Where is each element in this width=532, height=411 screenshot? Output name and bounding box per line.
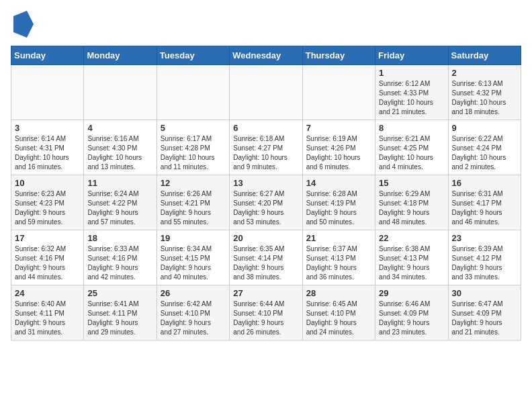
day-info: Sunrise: 6:24 AM Sunset: 4:22 PM Dayligh… bbox=[87, 189, 152, 227]
calendar-cell: 5Sunrise: 6:17 AM Sunset: 4:28 PM Daylig… bbox=[157, 120, 229, 175]
day-number: 17 bbox=[15, 233, 80, 243]
calendar-cell: 16Sunrise: 6:31 AM Sunset: 4:17 PM Dayli… bbox=[448, 175, 521, 230]
calendar-cell: 20Sunrise: 6:35 AM Sunset: 4:14 PM Dayli… bbox=[230, 230, 302, 285]
day-info: Sunrise: 6:14 AM Sunset: 4:31 PM Dayligh… bbox=[15, 134, 80, 172]
day-info: Sunrise: 6:23 AM Sunset: 4:23 PM Dayligh… bbox=[15, 189, 80, 227]
day-info: Sunrise: 6:38 AM Sunset: 4:13 PM Dayligh… bbox=[379, 244, 444, 282]
calendar-cell: 3Sunrise: 6:14 AM Sunset: 4:31 PM Daylig… bbox=[11, 120, 84, 175]
day-info: Sunrise: 6:44 AM Sunset: 4:10 PM Dayligh… bbox=[233, 300, 298, 337]
calendar-week-row: 1Sunrise: 6:12 AM Sunset: 4:33 PM Daylig… bbox=[11, 65, 521, 120]
calendar-cell: 9Sunrise: 6:22 AM Sunset: 4:24 PM Daylig… bbox=[448, 120, 521, 175]
calendar-cell: 30Sunrise: 6:47 AM Sunset: 4:09 PM Dayli… bbox=[448, 285, 521, 340]
day-number: 23 bbox=[452, 233, 517, 243]
day-info: Sunrise: 6:28 AM Sunset: 4:19 PM Dayligh… bbox=[306, 189, 371, 227]
weekday-header-friday: Friday bbox=[375, 46, 448, 65]
day-info: Sunrise: 6:34 AM Sunset: 4:15 PM Dayligh… bbox=[161, 244, 226, 282]
day-info: Sunrise: 6:13 AM Sunset: 4:32 PM Dayligh… bbox=[452, 79, 517, 117]
calendar-cell: 18Sunrise: 6:33 AM Sunset: 4:16 PM Dayli… bbox=[84, 230, 157, 285]
weekday-header-sunday: Sunday bbox=[11, 46, 84, 65]
day-number: 14 bbox=[306, 178, 371, 188]
day-info: Sunrise: 6:26 AM Sunset: 4:21 PM Dayligh… bbox=[161, 189, 226, 227]
day-info: Sunrise: 6:21 AM Sunset: 4:25 PM Dayligh… bbox=[379, 134, 444, 172]
calendar-cell: 28Sunrise: 6:45 AM Sunset: 4:10 PM Dayli… bbox=[302, 285, 375, 340]
calendar-cell: 25Sunrise: 6:41 AM Sunset: 4:11 PM Dayli… bbox=[84, 285, 157, 340]
calendar-cell bbox=[84, 65, 157, 120]
day-number: 28 bbox=[306, 288, 371, 298]
day-number: 22 bbox=[379, 233, 444, 243]
day-number: 11 bbox=[87, 178, 152, 188]
calendar-cell: 22Sunrise: 6:38 AM Sunset: 4:13 PM Dayli… bbox=[375, 230, 448, 285]
day-info: Sunrise: 6:40 AM Sunset: 4:11 PM Dayligh… bbox=[15, 300, 80, 337]
calendar-week-row: 3Sunrise: 6:14 AM Sunset: 4:31 PM Daylig… bbox=[11, 120, 521, 175]
day-number: 3 bbox=[15, 123, 80, 133]
day-info: Sunrise: 6:32 AM Sunset: 4:16 PM Dayligh… bbox=[15, 244, 80, 282]
day-info: Sunrise: 6:29 AM Sunset: 4:18 PM Dayligh… bbox=[379, 189, 444, 227]
calendar-cell: 15Sunrise: 6:29 AM Sunset: 4:18 PM Dayli… bbox=[375, 175, 448, 230]
day-number: 5 bbox=[161, 123, 226, 133]
day-info: Sunrise: 6:46 AM Sunset: 4:09 PM Dayligh… bbox=[379, 300, 444, 337]
day-number: 25 bbox=[87, 288, 152, 298]
day-number: 20 bbox=[233, 233, 298, 243]
calendar-header-row: SundayMondayTuesdayWednesdayThursdayFrid… bbox=[11, 46, 521, 65]
page-header bbox=[11, 11, 521, 38]
day-number: 13 bbox=[233, 178, 298, 188]
day-number: 4 bbox=[87, 123, 152, 133]
day-number: 10 bbox=[15, 178, 80, 188]
calendar-week-row: 17Sunrise: 6:32 AM Sunset: 4:16 PM Dayli… bbox=[11, 230, 521, 285]
calendar-cell: 27Sunrise: 6:44 AM Sunset: 4:10 PM Dayli… bbox=[230, 285, 302, 340]
calendar-cell bbox=[302, 65, 375, 120]
calendar-cell: 10Sunrise: 6:23 AM Sunset: 4:23 PM Dayli… bbox=[11, 175, 84, 230]
calendar-cell: 1Sunrise: 6:12 AM Sunset: 4:33 PM Daylig… bbox=[375, 65, 448, 120]
day-number: 9 bbox=[452, 123, 517, 133]
weekday-header-saturday: Saturday bbox=[448, 46, 521, 65]
day-number: 24 bbox=[15, 288, 80, 298]
svg-marker-0 bbox=[13, 11, 34, 38]
calendar-cell: 6Sunrise: 6:18 AM Sunset: 4:27 PM Daylig… bbox=[230, 120, 302, 175]
day-number: 12 bbox=[161, 178, 226, 188]
day-number: 29 bbox=[379, 288, 444, 298]
calendar-cell: 14Sunrise: 6:28 AM Sunset: 4:19 PM Dayli… bbox=[302, 175, 375, 230]
calendar-cell: 8Sunrise: 6:21 AM Sunset: 4:25 PM Daylig… bbox=[375, 120, 448, 175]
day-number: 6 bbox=[233, 123, 298, 133]
day-number: 30 bbox=[452, 288, 517, 298]
logo bbox=[11, 11, 34, 38]
day-number: 26 bbox=[161, 288, 226, 298]
day-number: 15 bbox=[379, 178, 444, 188]
weekday-header-thursday: Thursday bbox=[302, 46, 375, 65]
calendar-cell: 13Sunrise: 6:27 AM Sunset: 4:20 PM Dayli… bbox=[230, 175, 302, 230]
day-number: 7 bbox=[306, 123, 371, 133]
calendar-cell: 12Sunrise: 6:26 AM Sunset: 4:21 PM Dayli… bbox=[157, 175, 229, 230]
day-number: 19 bbox=[161, 233, 226, 243]
day-info: Sunrise: 6:19 AM Sunset: 4:26 PM Dayligh… bbox=[306, 134, 371, 172]
day-info: Sunrise: 6:42 AM Sunset: 4:10 PM Dayligh… bbox=[161, 300, 226, 337]
calendar-week-row: 10Sunrise: 6:23 AM Sunset: 4:23 PM Dayli… bbox=[11, 175, 521, 230]
calendar-cell: 11Sunrise: 6:24 AM Sunset: 4:22 PM Dayli… bbox=[84, 175, 157, 230]
calendar-cell bbox=[157, 65, 229, 120]
weekday-header-monday: Monday bbox=[84, 46, 157, 65]
day-number: 16 bbox=[452, 178, 517, 188]
day-info: Sunrise: 6:33 AM Sunset: 4:16 PM Dayligh… bbox=[87, 244, 152, 282]
day-info: Sunrise: 6:16 AM Sunset: 4:30 PM Dayligh… bbox=[87, 134, 152, 172]
calendar-cell bbox=[230, 65, 302, 120]
weekday-header-tuesday: Tuesday bbox=[157, 46, 229, 65]
day-number: 21 bbox=[306, 233, 371, 243]
calendar-cell: 2Sunrise: 6:13 AM Sunset: 4:32 PM Daylig… bbox=[448, 65, 521, 120]
day-info: Sunrise: 6:41 AM Sunset: 4:11 PM Dayligh… bbox=[87, 300, 152, 337]
calendar-cell: 21Sunrise: 6:37 AM Sunset: 4:13 PM Dayli… bbox=[302, 230, 375, 285]
day-info: Sunrise: 6:31 AM Sunset: 4:17 PM Dayligh… bbox=[452, 189, 517, 227]
day-number: 8 bbox=[379, 123, 444, 133]
day-info: Sunrise: 6:35 AM Sunset: 4:14 PM Dayligh… bbox=[233, 244, 298, 282]
day-number: 1 bbox=[379, 68, 444, 78]
calendar-cell: 17Sunrise: 6:32 AM Sunset: 4:16 PM Dayli… bbox=[11, 230, 84, 285]
day-info: Sunrise: 6:37 AM Sunset: 4:13 PM Dayligh… bbox=[306, 244, 371, 282]
day-number: 2 bbox=[452, 68, 517, 78]
day-info: Sunrise: 6:18 AM Sunset: 4:27 PM Dayligh… bbox=[233, 134, 298, 172]
calendar-cell: 19Sunrise: 6:34 AM Sunset: 4:15 PM Dayli… bbox=[157, 230, 229, 285]
day-number: 27 bbox=[233, 288, 298, 298]
calendar-cell: 23Sunrise: 6:39 AM Sunset: 4:12 PM Dayli… bbox=[448, 230, 521, 285]
day-info: Sunrise: 6:47 AM Sunset: 4:09 PM Dayligh… bbox=[452, 300, 517, 337]
calendar-cell: 7Sunrise: 6:19 AM Sunset: 4:26 PM Daylig… bbox=[302, 120, 375, 175]
day-info: Sunrise: 6:17 AM Sunset: 4:28 PM Dayligh… bbox=[161, 134, 226, 172]
calendar-week-row: 24Sunrise: 6:40 AM Sunset: 4:11 PM Dayli… bbox=[11, 285, 521, 340]
calendar-cell: 4Sunrise: 6:16 AM Sunset: 4:30 PM Daylig… bbox=[84, 120, 157, 175]
